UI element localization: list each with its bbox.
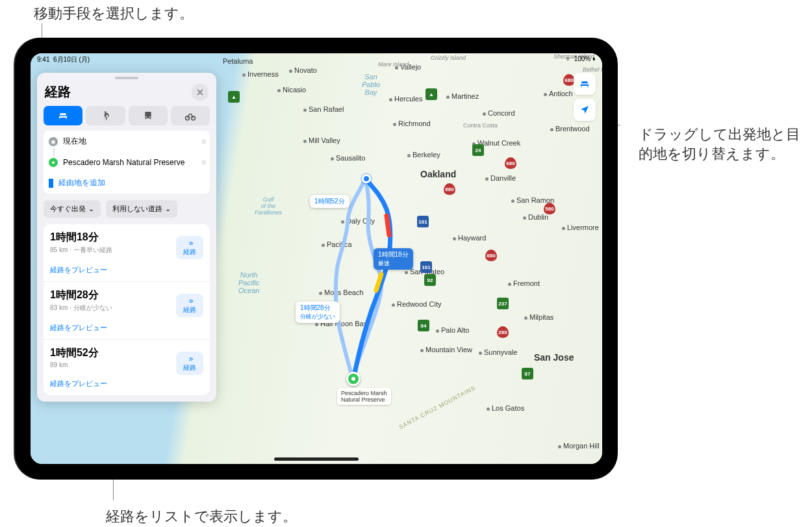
chevron-down-icon: ⌄ xyxy=(88,205,94,213)
chevron-double-right-icon: » xyxy=(176,354,203,363)
route-result-2[interactable]: 1時間28分 83 km · 分岐が少ない 経路をプレビュー »経路 xyxy=(44,282,210,340)
chevron-down-icon: ⌄ xyxy=(165,205,171,213)
city-hayward: Hayward xyxy=(453,234,486,242)
city-san-rafael: San Rafael xyxy=(303,105,344,113)
screen: North Pacific Ocean San Pablo Bay Gulf o… xyxy=(31,53,602,464)
add-stop-label: 経由地を追加 xyxy=(58,177,105,188)
city-martinez: Martinez xyxy=(446,92,479,100)
city-mill-valley: Mill Valley xyxy=(303,136,340,144)
city-dublin: Dublin xyxy=(523,213,548,221)
bike-icon xyxy=(184,110,196,122)
close-icon xyxy=(196,88,204,96)
from-location-text: 現在地 xyxy=(63,136,86,147)
shield-101: 101 xyxy=(417,216,429,227)
city-mountain-view: Mountain View xyxy=(420,346,472,353)
city-sunnyvale: Sunnyvale xyxy=(479,348,517,356)
depart-time-chip[interactable]: 今すぐ出発⌄ xyxy=(44,200,101,218)
shield-101: 101 xyxy=(420,261,432,273)
city-morgan-hill: Morgan Hill xyxy=(558,442,600,450)
shield-92: 92 xyxy=(424,274,436,286)
route-bubble-2[interactable]: 1時間28分分岐が少ない xyxy=(296,302,340,323)
city-inverness: Inverness xyxy=(242,70,279,78)
mode-walking[interactable] xyxy=(86,106,125,125)
close-button[interactable] xyxy=(192,84,209,101)
shield-87: 87 xyxy=(522,368,533,379)
add-stop-button[interactable]: + 経由地を追加 xyxy=(44,172,210,194)
route-results-list: 1時間18分 85 km · 一番早い経路 経路をプレビュー »経路 1時間28… xyxy=(44,224,210,395)
city-redwood: Redwood City xyxy=(392,300,441,308)
avoid-roads-chip[interactable]: 利用しない道路⌄ xyxy=(106,200,177,218)
to-location-text: Pescadero Marsh Natural Preserve xyxy=(63,158,184,167)
shield-green: ▲ xyxy=(228,91,240,103)
route-bubble-1[interactable]: 1時間18分最速 xyxy=(374,248,413,270)
bay-label: San Pablo Bay xyxy=(362,73,380,96)
city-oakland: Oakland xyxy=(420,169,456,179)
city-concord: Concord xyxy=(483,109,515,117)
shield-237: 237 xyxy=(497,298,509,309)
svg-point-3 xyxy=(149,116,150,118)
gulf-label: Gulf of the Farallones xyxy=(255,196,282,216)
current-location-pin xyxy=(362,174,371,183)
label-santa-cruz-mtns: SANTA CRUZ MOUNTAINS xyxy=(398,385,476,431)
callout-mode: 移動手段を選択します。 xyxy=(34,4,194,23)
to-bullet-icon: ● xyxy=(49,158,58,167)
route-bubble-3[interactable]: 1時間52分 xyxy=(310,195,349,208)
status-date: 6月10日 (月) xyxy=(53,56,90,63)
city-pacifica: Pacifica xyxy=(322,240,352,248)
mode-cycling[interactable] xyxy=(171,106,210,125)
callout-drag: ドラッグして出発地と目的地を切り替えます。 xyxy=(639,125,801,164)
from-location-row[interactable]: ◉ 現在地 ≡ xyxy=(44,131,210,152)
go-button-3[interactable]: »経路 xyxy=(176,352,203,375)
mode-transit[interactable] xyxy=(129,106,168,125)
drag-handle-icon[interactable]: ≡ xyxy=(201,158,205,167)
directions-card: 経路 ◉ 現在地 ≡ ● Pescad xyxy=(37,73,216,402)
from-bullet-icon: ◉ xyxy=(49,137,58,146)
destination-label: Pescadero Marsh Natural Preserve xyxy=(337,388,391,405)
plus-icon: + xyxy=(49,179,53,188)
ocean-label: North Pacific Ocean xyxy=(238,271,259,294)
walk-icon xyxy=(100,110,110,121)
locate-me-button[interactable] xyxy=(574,99,596,121)
city-berkeley: Berkeley xyxy=(407,151,440,159)
city-nicasio: Nicasio xyxy=(277,86,306,94)
card-grabber[interactable] xyxy=(115,77,138,79)
city-moss-beach: Moss Beach xyxy=(319,289,364,296)
shield-84: 84 xyxy=(418,320,429,331)
shield-green: ▲ xyxy=(425,88,437,100)
city-danville: Danville xyxy=(485,174,516,182)
city-richmond: Richmond xyxy=(393,120,431,127)
route-result-1[interactable]: 1時間18分 85 km · 一番早い経路 経路をプレビュー »経路 xyxy=(44,224,210,282)
city-hercules: Hercules xyxy=(389,95,422,103)
shield-880: 880 xyxy=(444,183,455,195)
status-bar: 9:41 6月10日 (月) ᯤ 100% ▮ xyxy=(31,53,602,66)
svg-point-2 xyxy=(146,116,147,118)
chevron-double-right-icon: » xyxy=(176,296,203,305)
status-time: 9:41 xyxy=(37,56,49,63)
route-preview-link[interactable]: 経路をプレビュー xyxy=(50,379,203,389)
mode-driving[interactable] xyxy=(44,106,82,125)
svg-point-0 xyxy=(105,111,107,113)
city-fremont: Fremont xyxy=(508,279,540,287)
route-result-3[interactable]: 1時間52分 89 km 経路をプレビュー »経路 xyxy=(44,340,210,395)
city-livermore: Livermore xyxy=(562,224,599,231)
city-palo-alto: Palo Alto xyxy=(436,326,469,334)
route-preview-link[interactable]: 経路をプレビュー xyxy=(50,323,203,333)
map-driving-mode-button[interactable] xyxy=(574,73,596,95)
ipad-frame: North Pacific Ocean San Pablo Bay Gulf o… xyxy=(15,38,618,480)
city-contra-costa: Contra Costa xyxy=(463,122,498,129)
route-preview-link[interactable]: 経路をプレビュー xyxy=(50,265,203,275)
destination-pin xyxy=(346,372,361,386)
go-button-2[interactable]: »経路 xyxy=(176,294,203,317)
shield-280: 280 xyxy=(497,326,509,338)
shield-680: 680 xyxy=(505,157,516,169)
home-indicator[interactable] xyxy=(274,457,359,461)
go-button-1[interactable]: »経路 xyxy=(176,236,203,259)
shield-580: 580 xyxy=(544,203,555,214)
card-title: 経路 xyxy=(45,83,71,101)
city-novato: Novato xyxy=(289,66,317,74)
city-milpitas: Milpitas xyxy=(524,313,553,321)
drag-handle-icon[interactable]: ≡ xyxy=(201,137,205,146)
car-icon xyxy=(57,110,69,122)
to-location-row[interactable]: ● Pescadero Marsh Natural Preserve ≡ xyxy=(44,153,210,172)
transport-mode-segment xyxy=(37,106,216,131)
